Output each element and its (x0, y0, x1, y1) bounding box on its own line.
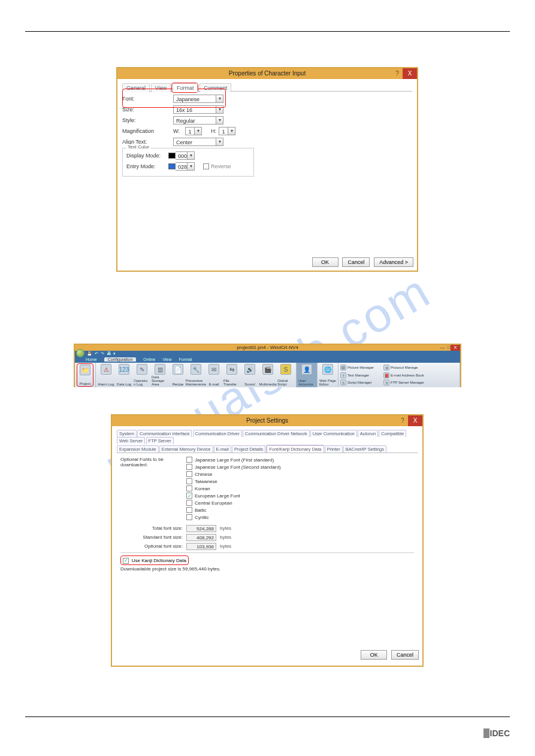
tab[interactable]: Web Server (117, 437, 145, 444)
align-select[interactable]: Center (173, 138, 216, 146)
tab[interactable]: Communication Driver (193, 430, 242, 437)
file-transfer-button[interactable]: ⇆File Transfer (223, 363, 240, 387)
preventive-maintenance-button[interactable]: 🔧Preventive Maintenance (188, 363, 204, 387)
optional-size-label: Optional font size: (120, 544, 186, 549)
close-button[interactable]: X (451, 345, 460, 351)
entry-color-value[interactable]: 028 (176, 162, 188, 171)
text-manager-button[interactable]: TText Manager (340, 372, 369, 379)
checkbox[interactable] (186, 514, 192, 520)
font-option: Taiwanese (195, 479, 217, 484)
font-option: Central European (195, 500, 232, 506)
user-accounts-button[interactable]: 👤User Accounts (298, 363, 315, 387)
manager-group-left: 🖼Picture Manager TText Manager SScript M… (340, 363, 382, 387)
app-orb-icon[interactable] (76, 349, 84, 357)
spinner-icon[interactable]: ▾ (228, 127, 235, 135)
display-color-value[interactable]: 000 (176, 151, 188, 160)
mag-h-spinner[interactable]: 1 (219, 127, 228, 135)
help-button[interactable]: ? (397, 415, 408, 426)
tab[interactable]: Communication Interface (137, 430, 192, 437)
close-button[interactable]: X (403, 68, 417, 79)
tab[interactable]: Expansion Module (117, 445, 159, 453)
chevron-down-icon[interactable]: ▾ (188, 151, 195, 160)
tab[interactable]: Communication Driver Network (243, 430, 310, 437)
tab[interactable]: E-mail (214, 445, 231, 453)
script-manager-button[interactable]: SScript Manager (340, 379, 372, 386)
tab[interactable]: External Memory Device (159, 445, 213, 453)
global-script-button[interactable]: SGlobal Script (277, 363, 294, 387)
bytes-unit: bytes (220, 526, 231, 531)
ribbon-tab-configuration[interactable]: Configuration (104, 357, 137, 362)
application-ribbon: project01.pn4 - WindO/I-NV4 — □ X 💾 ↶ ↷ … (74, 344, 461, 387)
checkbox[interactable] (186, 457, 192, 463)
minmax-icons[interactable]: — □ (440, 345, 451, 351)
ok-button[interactable]: OK (361, 650, 387, 660)
tab[interactable]: Project Details (232, 445, 265, 453)
kanji-label: Use Kanji Dictionary Data (132, 558, 186, 563)
quick-access-toolbar[interactable]: 💾 ↶ ↷ 🖶 ▾ (87, 351, 116, 357)
project-button[interactable]: 📁Project (77, 363, 93, 387)
help-button[interactable]: ? (392, 68, 403, 79)
mag-h-label: H: (202, 128, 219, 134)
protocol-manager-button[interactable]: ⚙Protocol Manage (383, 364, 418, 371)
checkbox[interactable]: ✓ (186, 493, 192, 499)
tab[interactable]: FTP Server (146, 437, 174, 444)
recipe-button[interactable]: 📄Recipe (170, 363, 186, 387)
checkbox[interactable] (186, 471, 192, 477)
checkbox[interactable] (186, 485, 192, 491)
data-log-button[interactable]: 123Data Log (116, 363, 132, 387)
style-select[interactable]: Regular (173, 116, 216, 125)
ribbon-tab-home[interactable]: Home (86, 357, 97, 362)
ribbon-tab-online[interactable]: Online (143, 357, 155, 362)
checkbox[interactable] (186, 478, 192, 484)
font-option: Korean (195, 486, 210, 491)
ribbon-tab-view[interactable]: View (162, 357, 171, 362)
alarm-log-button[interactable]: ⚠Alarm Log (98, 363, 114, 387)
total-size-label: Total font size: (120, 526, 186, 531)
cancel-button[interactable]: Cancel (342, 257, 370, 267)
checkbox[interactable] (186, 500, 192, 506)
chevron-down-icon[interactable]: ▾ (188, 162, 195, 171)
kanji-checkbox[interactable]: ✓ (123, 558, 129, 564)
media-icon: 🎬 (262, 364, 273, 375)
bytes-unit: bytes (220, 535, 231, 540)
reverse-checkbox[interactable] (203, 163, 209, 169)
ribbon-tab-format[interactable]: Format (179, 357, 192, 362)
email-book-button[interactable]: 📕E-mail Address Book (383, 372, 424, 379)
web-icon: 🌐 (322, 364, 333, 375)
tab-font-kanji[interactable]: Font/Kanji Dictionary Data (267, 445, 324, 453)
ok-button[interactable]: OK (312, 257, 338, 267)
entry-mode-label: Entry Mode: (126, 163, 168, 169)
mag-w-spinner[interactable]: 1 (185, 127, 195, 135)
tab[interactable]: System (117, 430, 137, 437)
data-storage-button[interactable]: ▥Data Storage Area (152, 363, 168, 387)
tab[interactable]: BACnet/IP Settings (343, 445, 386, 453)
multimedia-button[interactable]: 🎬Multimedia (259, 363, 276, 387)
tab[interactable]: User Communication (310, 430, 357, 437)
email-button[interactable]: ✉E-mail (205, 363, 222, 387)
standard-size-value: 408,292 (186, 534, 216, 541)
sound-button[interactable]: 🔊Sound (241, 363, 258, 387)
checkbox[interactable] (186, 507, 192, 513)
tab[interactable]: Compatible (379, 430, 406, 437)
chevron-down-icon[interactable]: ▾ (216, 138, 223, 146)
chevron-down-icon[interactable]: ▾ (216, 116, 223, 125)
web-page-editor-button[interactable]: 🌐Web Page Editor (319, 363, 336, 387)
close-button[interactable]: X (408, 415, 422, 426)
picture-manager-button[interactable]: 🖼Picture Manager (340, 364, 374, 371)
checkbox[interactable] (186, 464, 192, 470)
group-legend: Text Color (126, 144, 150, 150)
advanced-button[interactable]: Advanced > (374, 257, 413, 267)
tab[interactable]: Autorun (358, 430, 378, 437)
title-text: Project Settings (246, 417, 288, 424)
maint-icon: 🔧 (191, 364, 201, 375)
protocol-icon: ⚙ (383, 365, 389, 371)
spinner-icon[interactable]: ▾ (195, 127, 202, 135)
font-option: Japanese Large Font (Second standard) (195, 464, 281, 470)
text-color-group: Text Color Display Mode: 000 ▾ Entry Mod… (122, 148, 254, 177)
style-label: Style: (122, 117, 173, 123)
ftp-manager-button[interactable]: ⇅FTP Server Manager (383, 379, 424, 386)
cancel-button[interactable]: Cancel (391, 650, 419, 660)
operation-log-button[interactable]: ✎Operatio n Log (134, 363, 150, 387)
tab-format[interactable]: Format (173, 83, 198, 92)
tab[interactable]: Printer (325, 445, 343, 453)
